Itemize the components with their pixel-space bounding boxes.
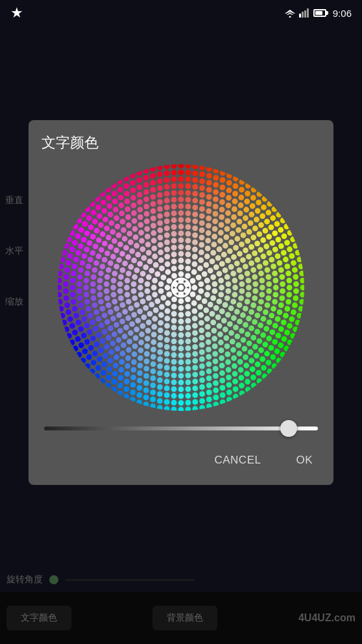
svg-rect-6 — [307, 8, 309, 18]
cancel-button[interactable]: CANCEL — [206, 449, 269, 472]
svg-rect-5 — [304, 10, 306, 18]
wifi-icon — [285, 8, 295, 18]
dialog-title: 文字颜色 — [42, 133, 320, 153]
dialog-overlay: 文字颜色 CANCEL OK — [0, 0, 362, 644]
color-wheel-container[interactable] — [42, 164, 320, 411]
svg-point-2 — [289, 16, 291, 18]
color-picker-dialog: 文字颜色 CANCEL OK — [29, 120, 333, 485]
dialog-buttons: CANCEL OK — [42, 446, 320, 472]
status-right: 9:06 — [285, 8, 352, 19]
signal-icon — [299, 8, 309, 18]
star-icon: ★ — [10, 5, 23, 21]
svg-rect-3 — [299, 14, 301, 18]
svg-rect-4 — [302, 12, 304, 18]
status-bar: ★ 9:06 — [0, 0, 362, 26]
color-wheel-canvas[interactable] — [58, 164, 304, 411]
ok-button[interactable]: OK — [288, 449, 320, 472]
brightness-slider[interactable] — [44, 427, 318, 430]
brightness-slider-container[interactable] — [42, 421, 320, 433]
time-display: 9:06 — [333, 8, 352, 19]
battery-icon — [313, 9, 326, 17]
